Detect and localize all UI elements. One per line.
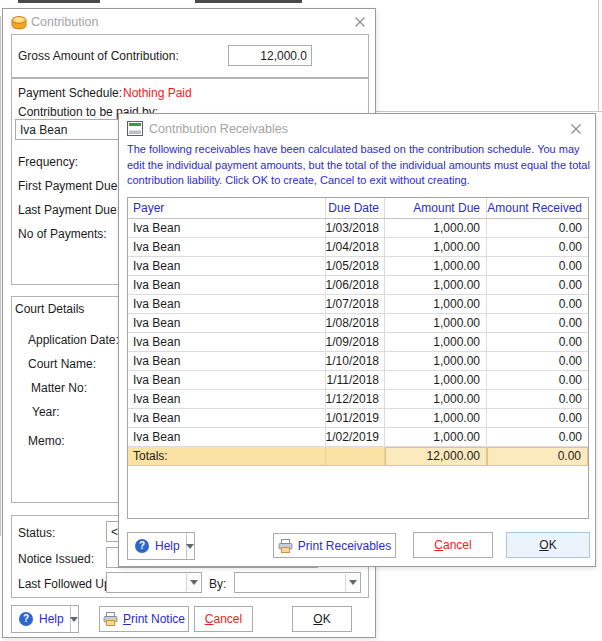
table-row[interactable]: Iva Bean 1/07/2018 1,000.00 0.00 [128,295,588,314]
amount-received-cell[interactable]: 0.00 [487,390,588,408]
payer-cell: Iva Bean [128,257,326,275]
matter-no-label: Matter No: [31,381,87,395]
table-row[interactable]: Iva Bean 1/08/2018 1,000.00 0.00 [128,314,588,333]
table-row[interactable]: Iva Bean 1/09/2018 1,000.00 0.00 [128,333,588,352]
table-row[interactable]: Iva Bean 1/11/2018 1,000.00 0.00 [128,371,588,390]
gross-amount-input[interactable]: 12,000.0 [228,45,312,66]
close-icon[interactable] [352,14,368,30]
amount-received-cell[interactable]: 0.00 [487,219,588,237]
amount-due-cell[interactable]: 1,000.00 [385,371,487,389]
close-icon[interactable] [568,121,584,137]
due-date-cell: 1/04/2018 [326,238,385,256]
payer-cell: Iva Bean [128,428,326,446]
payer-cell: Iva Bean [128,333,326,351]
amount-received-cell[interactable]: 0.00 [487,333,588,351]
by-combobox[interactable] [234,572,361,593]
status-value: < [111,525,118,539]
memo-label: Memo: [28,434,65,448]
column-header-payer: Payer [128,198,326,218]
table-body: Iva Bean 1/03/2018 1,000.00 0.00 Iva Bea… [128,219,588,447]
background-window-edge [0,16,1,536]
help-button-label: Help [155,539,180,553]
last-followed-up-combobox[interactable] [106,572,202,593]
amount-due-cell[interactable]: 1,000.00 [385,238,487,256]
amount-received-cell[interactable]: 0.00 [487,314,588,332]
totals-label: Totals: [128,447,326,465]
due-date-cell: 1/06/2018 [326,276,385,294]
first-payment-due-label: First Payment Due: [18,179,121,193]
help-button[interactable]: ? Help [11,605,79,633]
dialog-title: Contribution Receivables [149,122,288,136]
ok-button[interactable]: OK [506,532,590,558]
amount-received-cell[interactable]: 0.00 [487,371,588,389]
cancel-label: Cancel [205,612,242,626]
last-followed-up-label: Last Followed Up: [18,577,114,591]
amount-received-cell[interactable]: 0.00 [487,276,588,294]
table-row[interactable]: Iva Bean 1/04/2018 1,000.00 0.00 [128,238,588,257]
application-date-label: Application Date: [28,333,119,347]
amount-received-cell[interactable]: 0.00 [487,238,588,256]
due-date-cell: 1/02/2019 [326,428,385,446]
last-payment-due-label: Last Payment Due: [18,203,120,217]
window-title: Contribution [31,15,98,29]
payment-schedule-label: Payment Schedule: [18,86,122,100]
amount-due-cell[interactable]: 1,000.00 [385,409,487,427]
amount-received-cell[interactable]: 0.00 [487,352,588,370]
due-date-cell: 1/05/2018 [326,257,385,275]
help-button-label: Help [39,612,64,626]
notice-issued-label: Notice Issued: [18,552,94,566]
status-label: Status: [18,526,55,540]
background-window-edge [376,111,602,112]
table-row[interactable]: Iva Bean 1/10/2018 1,000.00 0.00 [128,352,588,371]
print-receivables-label: Print Receivables [298,539,391,553]
amount-due-cell[interactable]: 1,000.00 [385,428,487,446]
amount-received-cell[interactable]: 0.00 [487,257,588,275]
ok-label: OK [539,538,556,552]
table-row[interactable]: Iva Bean 1/01/2019 1,000.00 0.00 [128,409,588,428]
chevron-down-icon[interactable] [345,574,359,591]
amount-due-cell[interactable]: 1,000.00 [385,390,487,408]
background-window-edge [598,0,599,112]
printer-icon [103,612,118,626]
receivables-table: Payer Due Date Amount Due Amount Receive… [127,197,589,519]
totals-due-date-cell [326,447,385,465]
ok-button[interactable]: OK [292,606,352,632]
cancel-button[interactable]: Cancel [413,532,493,558]
cancel-button[interactable]: Cancel [194,606,253,632]
payer-cell: Iva Bean [128,238,326,256]
chevron-down-icon[interactable] [186,574,200,591]
table-row[interactable]: Iva Bean 1/06/2018 1,000.00 0.00 [128,276,588,295]
amount-due-cell[interactable]: 1,000.00 [385,295,487,313]
column-header-amount-due: Amount Due [385,198,487,218]
table-header-row: Payer Due Date Amount Due Amount Receive… [128,198,588,219]
no-of-payments-label: No of Payments: [18,227,107,241]
amount-received-cell[interactable]: 0.00 [487,409,588,427]
column-header-amount-received: Amount Received [487,198,588,218]
amount-due-cell[interactable]: 1,000.00 [385,314,487,332]
chevron-down-icon[interactable] [70,606,78,632]
payer-cell: Iva Bean [128,409,326,427]
amount-received-cell[interactable]: 0.00 [487,295,588,313]
amount-due-cell[interactable]: 1,000.00 [385,276,487,294]
printer-icon [278,539,293,553]
amount-due-cell[interactable]: 1,000.00 [385,333,487,351]
print-notice-button[interactable]: Print Notice [99,606,189,632]
print-receivables-button[interactable]: Print Receivables [273,533,396,558]
chevron-down-icon[interactable] [186,533,194,559]
amount-due-cell[interactable]: 1,000.00 [385,257,487,275]
due-date-cell: 1/10/2018 [326,352,385,370]
payer-cell: Iva Bean [128,276,326,294]
table-row[interactable]: Iva Bean 1/02/2019 1,000.00 0.00 [128,428,588,447]
amount-due-cell[interactable]: 1,000.00 [385,352,487,370]
help-button[interactable]: ? Help [127,532,195,560]
amount-due-cell[interactable]: 1,000.00 [385,219,487,237]
instructions-text: The following receivables have been calc… [127,142,593,189]
payer-cell: Iva Bean [128,390,326,408]
due-date-cell: 1/11/2018 [326,371,385,389]
table-row[interactable]: Iva Bean 1/05/2018 1,000.00 0.00 [128,257,588,276]
table-row[interactable]: Iva Bean 1/03/2018 1,000.00 0.00 [128,219,588,238]
help-icon: ? [19,612,33,626]
amount-received-cell[interactable]: 0.00 [487,428,588,446]
table-row[interactable]: Iva Bean 1/12/2018 1,000.00 0.00 [128,390,588,409]
help-icon: ? [135,539,149,553]
